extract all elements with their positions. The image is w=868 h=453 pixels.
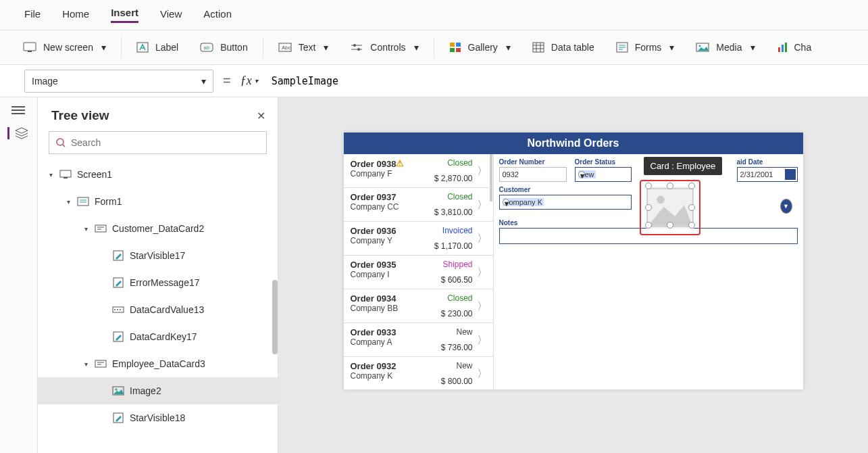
tree-view-title: Tree view: [38, 97, 278, 131]
chevron-right-icon: 〉: [477, 164, 488, 178]
tree-node-customer_datacard2[interactable]: ▾Customer_DataCard2: [38, 215, 278, 242]
chevron-right-icon: 〉: [477, 231, 488, 245]
menu-home[interactable]: Home: [62, 8, 89, 22]
tree-node-errormessage17[interactable]: ErrorMessage17: [38, 269, 278, 296]
tree-node-label: Employee_DataCard3: [112, 358, 205, 369]
resize-handle[interactable]: [667, 222, 673, 229]
menu-file[interactable]: File: [24, 8, 41, 22]
order-amount: $ 3,810.00: [434, 208, 473, 217]
card-icon: [95, 222, 107, 235]
tree-node-label: DataCardKey17: [130, 331, 197, 342]
tree-node-datacardvalue13[interactable]: DataCardValue13: [38, 296, 278, 323]
order-item[interactable]: Order 0938⚠Company FClosed$ 2,870.00〉: [344, 154, 493, 188]
employee-image-card[interactable]: [641, 181, 699, 234]
data-table-button[interactable]: Data table: [523, 38, 604, 57]
controls-button[interactable]: Controls ▾: [340, 38, 428, 57]
chevron-down-icon: ▼: [780, 199, 792, 214]
tree-view-rail-button[interactable]: [7, 127, 22, 139]
svg-text:ab: ab: [204, 45, 210, 51]
tree-node-starvisible17[interactable]: StarVisible17: [38, 242, 278, 269]
tree-node-employee_datacard3[interactable]: ▾Employee_DataCard3: [38, 350, 278, 377]
menu-view[interactable]: View: [160, 8, 182, 22]
svg-rect-28: [785, 43, 787, 52]
hamburger-button[interactable]: [11, 105, 26, 118]
resize-handle[interactable]: [645, 183, 652, 189]
label-button[interactable]: Label: [127, 38, 188, 57]
chevron-down-icon: ▾: [414, 42, 419, 53]
button-icon: ab: [200, 43, 213, 52]
media-button[interactable]: Media ▾: [686, 38, 764, 57]
property-selector[interactable]: Image ▾: [24, 70, 213, 93]
caret-icon: ▾: [65, 198, 72, 206]
button-text: Button: [220, 42, 247, 53]
controls-icon: [350, 43, 363, 52]
chart-icon: [777, 42, 788, 53]
tree-node-label: StarVisible18: [130, 412, 185, 423]
svg-text:Abc: Abc: [282, 45, 291, 51]
edit-icon: [112, 412, 124, 424]
text-label: Text: [299, 42, 316, 53]
tree-node-form1[interactable]: ▾Form1: [38, 188, 278, 215]
employee-dropdown[interactable]: ▼: [780, 199, 798, 214]
new-screen-button[interactable]: New screen ▾: [14, 38, 116, 57]
order-status: Closed: [447, 293, 472, 303]
left-rail: [0, 97, 38, 453]
chevron-down-icon: ▾: [750, 42, 755, 53]
forms-label: Forms: [635, 42, 662, 53]
tree-search-input[interactable]: [71, 137, 259, 148]
order-status-dropdown[interactable]: New▼: [575, 167, 632, 182]
svg-rect-13: [450, 48, 455, 52]
resize-handle[interactable]: [688, 183, 695, 189]
order-item[interactable]: Order 0932Company KNew$ 800.00〉: [344, 357, 493, 389]
chevron-down-icon: ▾: [506, 42, 511, 53]
chevron-down-icon: ▾: [101, 42, 106, 53]
tree-node-image2[interactable]: Image2: [38, 377, 278, 404]
customer-dropdown[interactable]: Company K▼: [499, 195, 632, 210]
card-icon: [95, 358, 107, 370]
resize-handle[interactable]: [688, 222, 695, 229]
formula-input[interactable]: [267, 71, 844, 91]
order-item[interactable]: Order 0933Company ANew$ 736.00〉: [344, 323, 493, 357]
resize-handle[interactable]: [667, 183, 673, 189]
order-item[interactable]: Order 0935Company IShipped$ 606.50〉: [344, 256, 493, 289]
tree-node-screen1[interactable]: ▾Screen1: [38, 161, 278, 188]
svg-rect-36: [78, 197, 88, 206]
order-gallery[interactable]: Order 0938⚠Company FClosed$ 2,870.00〉Ord…: [344, 154, 494, 389]
property-name: Image: [32, 76, 58, 87]
tree-node-datacardkey17[interactable]: DataCardKey17: [38, 323, 278, 350]
order-item[interactable]: Order 0934Company BBClosed$ 230.00〉: [344, 289, 493, 323]
tree-search[interactable]: [49, 131, 267, 154]
edit-icon: [112, 331, 124, 343]
menu-action[interactable]: Action: [203, 8, 232, 22]
button-button[interactable]: ab Button: [190, 38, 257, 57]
paid-date-input[interactable]: 2/31/2001: [737, 167, 798, 182]
tree-node-label: ErrorMessage17: [130, 277, 200, 288]
svg-point-56: [657, 196, 665, 204]
order-status: New: [456, 361, 472, 371]
chevron-right-icon: 〉: [477, 333, 488, 347]
media-icon: [696, 43, 709, 52]
chevron-down-icon: ▼: [578, 171, 585, 178]
svg-point-25: [699, 45, 701, 47]
resize-handle[interactable]: [645, 204, 652, 211]
svg-point-53: [116, 389, 118, 391]
forms-button[interactable]: Forms ▾: [607, 38, 684, 57]
formula-bar: Image ▾ = ƒx ▾: [0, 65, 868, 97]
order-item[interactable]: Order 0936Company YInvoiced$ 1,170.00〉: [344, 222, 493, 256]
close-icon[interactable]: ✕: [257, 110, 265, 122]
order-number-value: 0932: [499, 167, 567, 182]
text-button[interactable]: Abc Text ▾: [269, 38, 338, 57]
svg-point-32: [57, 139, 63, 145]
gallery-button[interactable]: Gallery ▾: [440, 38, 520, 57]
fx-button[interactable]: ƒx ▾: [240, 74, 258, 88]
resize-handle[interactable]: [688, 204, 695, 211]
menu-insert[interactable]: Insert: [111, 7, 138, 23]
charts-button[interactable]: Cha: [767, 38, 821, 57]
resize-handle[interactable]: [645, 222, 652, 229]
scrollbar-thumb[interactable]: [272, 280, 278, 354]
order-item[interactable]: Order 0937Company CCClosed$ 3,810.00〉: [344, 188, 493, 222]
canvas[interactable]: Northwind Orders Order 0938⚠Company FClo…: [278, 97, 868, 453]
order-status: Invoiced: [442, 226, 473, 235]
table-icon: [532, 42, 544, 53]
tree-node-starvisible18[interactable]: StarVisible18: [38, 404, 278, 431]
